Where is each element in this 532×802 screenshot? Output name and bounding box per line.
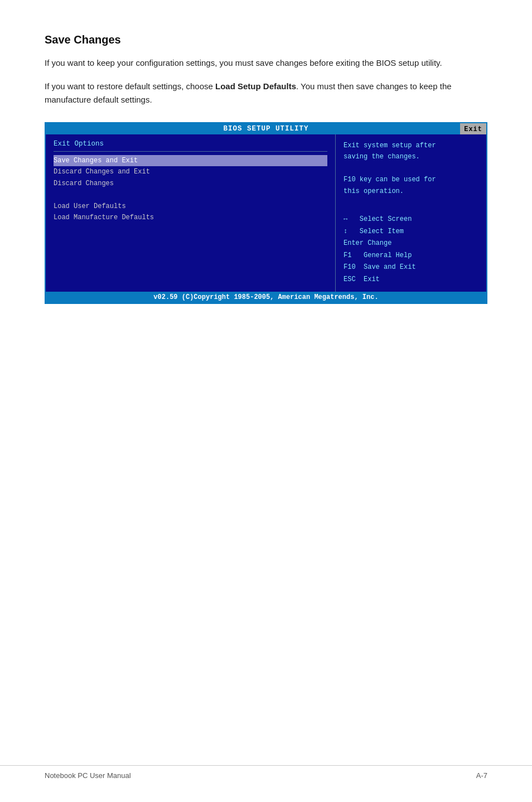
bios-footer: v02.59 (C)Copyright 1985-2005, American … — [46, 292, 486, 303]
bios-menu-item-load-manufacture[interactable]: Load Manufacture Defaults — [54, 212, 327, 223]
key-enter: Enter Change — [344, 238, 478, 250]
key-select-item: ↕ Select Item — [344, 226, 478, 238]
bios-divider — [54, 151, 327, 152]
bios-menu-spacer — [54, 189, 327, 200]
bios-header-label: BIOS SETUP UTILITY — [223, 125, 308, 133]
key-esc: ESC Exit — [344, 274, 478, 286]
help-line5: this operation. — [344, 187, 404, 195]
footer-left: Notebook PC User Manual — [45, 771, 131, 780]
bios-utility-screen: BIOS SETUP UTILITY Exit Exit Options Sav… — [45, 122, 487, 304]
bios-menu-item-discard[interactable]: Discard Changes — [54, 178, 327, 189]
key-select-screen: ↔ Select Screen — [344, 214, 478, 226]
help-line1: Exit system setup after — [344, 142, 436, 149]
bios-menu-item-load-user[interactable]: Load User Defaults — [54, 201, 327, 212]
bios-left-panel: Exit Options Save Changes and Exit Disca… — [46, 134, 336, 292]
bios-help-text: Exit system setup after saving the chang… — [344, 140, 478, 197]
bios-section-label: Exit Options — [54, 140, 327, 148]
help-line4: F10 key can be used for — [344, 176, 436, 183]
bios-exit-tab[interactable]: Exit — [460, 123, 486, 134]
body2-pre: If you want to restore default settings,… — [45, 81, 215, 91]
page-title: Save Changes — [45, 33, 487, 46]
page-footer: Notebook PC User Manual A-7 — [0, 765, 532, 785]
footer-right: A-7 — [476, 771, 487, 780]
key-f1: F1 General Help — [344, 250, 478, 262]
key-f10: F10 Save and Exit — [344, 262, 478, 274]
bios-menu-item-discard-exit[interactable]: Discard Changes and Exit — [54, 166, 327, 177]
bios-key-legend: ↔ Select Screen ↕ Select Item Enter Chan… — [344, 214, 478, 286]
bios-header: BIOS SETUP UTILITY Exit — [46, 123, 486, 134]
help-line2: saving the changes. — [344, 153, 420, 161]
body2-bold: Load Setup Defaults — [215, 81, 296, 91]
bios-right-panel: Exit system setup after saving the chang… — [336, 134, 486, 292]
bios-menu-item-save-changes-exit[interactable]: Save Changes and Exit — [54, 155, 327, 166]
body-paragraph-2: If you want to restore default settings,… — [45, 80, 487, 107]
body-paragraph-1: If you want to keep your configuration s… — [45, 56, 487, 70]
bios-body: Exit Options Save Changes and Exit Disca… — [46, 134, 486, 292]
